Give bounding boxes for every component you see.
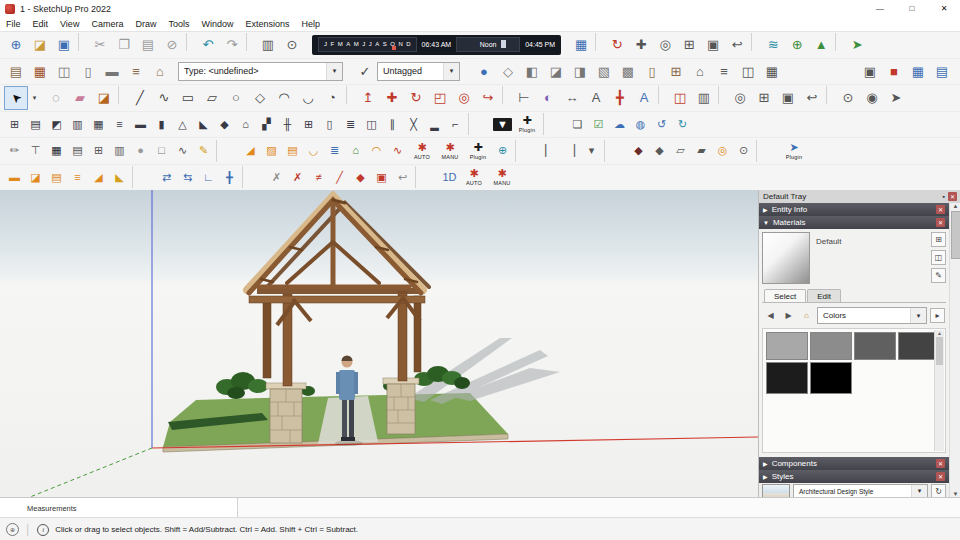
tape-measure-icon[interactable]: ⊢ xyxy=(512,86,536,110)
materials-close-button[interactable]: ✕ xyxy=(936,218,945,227)
solid-union-icon[interactable]: ◪ xyxy=(544,59,568,83)
polygon-icon[interactable]: ◇ xyxy=(248,86,272,110)
shingle-icon[interactable]: ▤ xyxy=(282,140,303,162)
two-point-arc-icon[interactable]: ◡ xyxy=(296,86,320,110)
white-box-icon[interactable]: □ xyxy=(151,140,172,162)
menu-camera[interactable]: Camera xyxy=(85,19,129,29)
text-icon[interactable]: A xyxy=(584,86,608,110)
window-frame-icon[interactable]: ⊞ xyxy=(298,113,319,135)
component-box-icon[interactable]: ▣ xyxy=(858,59,882,83)
swap-arrows-icon[interactable]: ⇄ xyxy=(156,166,177,188)
hip-roof-icon[interactable]: ◆ xyxy=(214,113,235,135)
sync-icon[interactable]: ↻ xyxy=(672,113,693,135)
house-tool-icon[interactable]: ⌂ xyxy=(688,59,712,83)
styles-header[interactable]: ▶ Styles ✕ xyxy=(759,470,949,483)
cloud-icon[interactable]: ☁ xyxy=(609,113,630,135)
menu-draw[interactable]: Draw xyxy=(129,19,162,29)
polygon-tool-icon[interactable]: ◇ xyxy=(496,59,520,83)
zoom-icon[interactable]: ◎ xyxy=(653,33,677,57)
section-fill-icon[interactable]: ▥ xyxy=(692,86,716,110)
dome-icon[interactable]: ◠ xyxy=(366,140,387,162)
close-button[interactable]: ✕ xyxy=(928,0,960,17)
brick-tool-icon[interactable]: ▦ xyxy=(28,59,52,83)
angle-icon[interactable]: ∟ xyxy=(198,166,219,188)
wall-frame-icon[interactable]: ▤ xyxy=(25,113,46,135)
drop-marker-icon[interactable]: ▾ xyxy=(581,140,602,162)
rotated-rectangle-icon[interactable]: ▱ xyxy=(200,86,224,110)
corrugated-icon[interactable]: ▤ xyxy=(46,166,67,188)
create-material-button[interactable]: ⊞ xyxy=(931,232,946,247)
previous-view-tool-icon[interactable]: ↩ xyxy=(800,86,824,110)
paint-bucket-icon[interactable]: ◪ xyxy=(92,86,116,110)
gray-x-icon[interactable]: ✗ xyxy=(266,166,287,188)
stair-frame-icon[interactable]: ▞ xyxy=(256,113,277,135)
shadow-date-slider[interactable]: JFMAMJJASOND xyxy=(318,37,417,52)
thin-column2-icon[interactable]: ▕ xyxy=(560,140,581,162)
solid-trim-icon[interactable]: ▧ xyxy=(592,59,616,83)
collection-details-button[interactable]: ▸ xyxy=(930,308,945,323)
chevron-down-icon[interactable]: ▾ xyxy=(911,485,927,497)
geolocation-icon[interactable]: ⊕ xyxy=(6,523,19,536)
copy-icon[interactable]: ❐ xyxy=(112,33,136,57)
scale-icon[interactable]: ◰ xyxy=(428,86,452,110)
add-location-icon[interactable]: ⊕ xyxy=(785,33,809,57)
walk-icon[interactable]: ➤ xyxy=(884,86,908,110)
zoom-window-icon[interactable]: ⊞ xyxy=(677,33,701,57)
export-icon[interactable]: ➤ xyxy=(845,33,869,57)
entity-info-close-button[interactable]: ✕ xyxy=(936,205,945,214)
grid-tool-icon[interactable]: ▦ xyxy=(760,59,784,83)
pan-icon[interactable]: ✚ xyxy=(629,33,653,57)
sphere-tool-icon[interactable]: ● xyxy=(472,59,496,83)
look-around-icon[interactable]: ◉ xyxy=(860,86,884,110)
follow-me-icon[interactable]: ↪ xyxy=(476,86,500,110)
wall-tool-icon[interactable]: ▤ xyxy=(4,59,28,83)
in-model-button[interactable]: ⌂ xyxy=(799,309,814,322)
color-swatch[interactable] xyxy=(810,362,852,394)
refresh-icon[interactable]: ↺ xyxy=(651,113,672,135)
menu-edit[interactable]: Edit xyxy=(27,19,55,29)
fence-tool-icon[interactable]: ≡ xyxy=(712,59,736,83)
pie-icon[interactable]: ◔ xyxy=(320,86,344,110)
gutter-icon[interactable]: ◡ xyxy=(303,140,324,162)
window-tool-icon[interactable]: ⊞ xyxy=(664,59,688,83)
cut-icon[interactable]: ✂ xyxy=(88,33,112,57)
scroll-thumb[interactable] xyxy=(951,211,960,259)
hose-icon[interactable]: ∿ xyxy=(387,140,408,162)
slate-roof-icon[interactable]: ◆ xyxy=(649,140,670,162)
column-grid-icon[interactable]: ▥ xyxy=(109,140,130,162)
floor-frame-icon[interactable]: ▦ xyxy=(88,113,109,135)
menu-help[interactable]: Help xyxy=(295,19,326,29)
save-icon[interactable]: ▣ xyxy=(52,33,76,57)
blue-grid-icon[interactable]: ▦ xyxy=(906,59,930,83)
cross-axis-icon[interactable]: ╋ xyxy=(219,166,240,188)
lasso-select-icon[interactable]: ◌ xyxy=(44,86,68,110)
gable-roof-icon[interactable]: ⌂ xyxy=(235,113,256,135)
3d-text-icon[interactable]: A xyxy=(632,86,656,110)
push-pull-icon[interactable]: ↥ xyxy=(356,86,380,110)
red-x-icon[interactable]: ✗ xyxy=(287,166,308,188)
styles-close-button[interactable]: ✕ xyxy=(936,472,945,481)
pencil-ruler-icon[interactable]: ✏ xyxy=(4,140,25,162)
plugin-store-icon[interactable]: ✚Plugin xyxy=(513,113,541,135)
globe-icon[interactable]: ⊕ xyxy=(492,140,513,162)
louvre-icon[interactable]: ≣ xyxy=(340,113,361,135)
globe-small-icon[interactable]: ◍ xyxy=(630,113,651,135)
color-swatch[interactable] xyxy=(766,362,808,394)
forward-button[interactable]: ▶ xyxy=(781,309,796,322)
circle-icon[interactable]: ○ xyxy=(224,86,248,110)
rotate-icon[interactable]: ↻ xyxy=(404,86,428,110)
purlin-icon[interactable]: ∥ xyxy=(382,113,403,135)
color-swatch[interactable] xyxy=(854,332,896,360)
color-swatch[interactable] xyxy=(810,332,852,360)
roof-tile-icon[interactable]: ▨ xyxy=(261,140,282,162)
hatch-marks-icon[interactable]: ≠ xyxy=(308,166,329,188)
thin-column-icon[interactable]: ▏ xyxy=(539,140,560,162)
rectangle-icon[interactable]: ▭ xyxy=(176,86,200,110)
chevron-down-icon[interactable]: ▾ xyxy=(910,308,926,323)
materials-header[interactable]: ▼ Materials ✕ xyxy=(759,216,949,229)
foundation-icon[interactable]: ▂ xyxy=(424,113,445,135)
split-tool-icon[interactable]: ◧ xyxy=(520,59,544,83)
ruler-grid-icon[interactable]: ⊞ xyxy=(4,113,25,135)
tab-edit[interactable]: Edit xyxy=(807,289,841,302)
secondary-pane-button[interactable]: ◫ xyxy=(931,250,946,265)
